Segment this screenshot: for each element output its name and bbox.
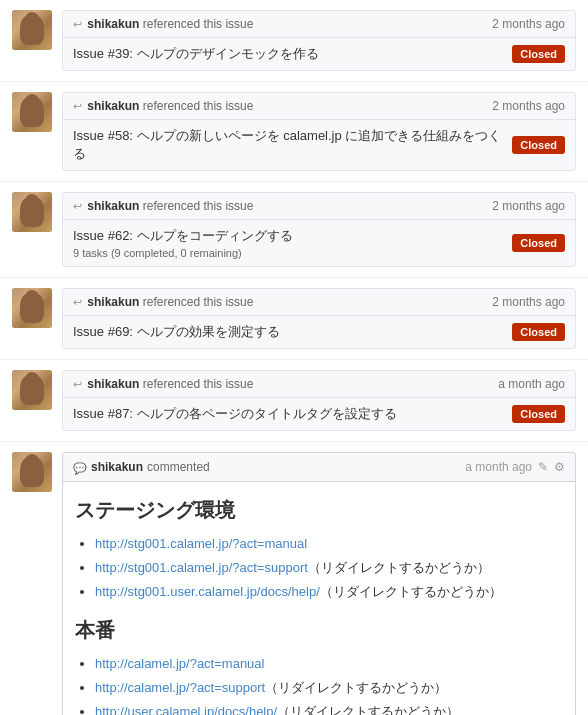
ref-action-5: referenced this issue xyxy=(143,377,254,391)
ref-user-4: shikakun xyxy=(87,295,139,309)
gear-icon-1[interactable]: ⚙ xyxy=(554,460,565,474)
ref-issue-text-5: Issue #87: ヘルプの各ページのタイトルタグを設定する xyxy=(73,405,397,423)
staging-suffix-2: （リダイレクトするかどうか） xyxy=(308,560,490,575)
production-heading: 本番 xyxy=(75,614,563,646)
staging-url-2[interactable]: http://stg001.calamel.jp/?act=support xyxy=(95,560,308,575)
ref-issue-row-3: Issue #62: ヘルプをコーディングする 9 tasks (9 compl… xyxy=(63,220,575,266)
edit-icon-1[interactable]: ✎ xyxy=(538,460,548,474)
production-link-1: http://calamel.jp/?act=manual xyxy=(95,654,563,675)
ref-action-2: referenced this issue xyxy=(143,99,254,113)
ref-subtext-3: 9 tasks (9 completed, 0 remaining) xyxy=(73,247,293,259)
ref-item-2: ↩ shikakun referenced this issue 2 month… xyxy=(0,82,588,182)
ref-header-5: ↩ shikakun referenced this issue a month… xyxy=(63,371,575,398)
ref-item-4: ↩ shikakun referenced this issue 2 month… xyxy=(0,278,588,360)
closed-badge-3: Closed xyxy=(512,234,565,252)
arrow-icon-5: ↩ xyxy=(73,378,82,390)
production-link-2: http://calamel.jp/?act=support（リダイレクトするか… xyxy=(95,678,563,699)
comment-header-left-1: shikakun commented xyxy=(73,460,210,474)
staging-link-3: http://stg001.user.calamel.jp/docs/help/… xyxy=(95,582,563,603)
staging-link-2: http://stg001.calamel.jp/?act=support（リダ… xyxy=(95,558,563,579)
comment-block-1: shikakun commented a month ago ✎ ⚙ ステージン… xyxy=(62,452,576,715)
ref-user-1: shikakun xyxy=(87,17,139,31)
staging-links: http://stg001.calamel.jp/?act=manual htt… xyxy=(95,534,563,602)
ref-header-2: ↩ shikakun referenced this issue 2 month… xyxy=(63,93,575,120)
ref-block-1: ↩ shikakun referenced this issue 2 month… xyxy=(62,10,576,71)
staging-url-1[interactable]: http://stg001.calamel.jp/?act=manual xyxy=(95,536,307,551)
staging-url-3[interactable]: http://stg001.user.calamel.jp/docs/help/ xyxy=(95,584,320,599)
closed-badge-5: Closed xyxy=(512,405,565,423)
arrow-icon-4: ↩ xyxy=(73,296,82,308)
production-url-3[interactable]: http://user.calamel.jp/docs/help/ xyxy=(95,704,277,715)
ref-action-4: referenced this issue xyxy=(143,295,254,309)
ref-user-5: shikakun xyxy=(87,377,139,391)
ref-block-3: ↩ shikakun referenced this issue 2 month… xyxy=(62,192,576,267)
comment-author-1: shikakun xyxy=(91,460,143,474)
ref-time-2: 2 months ago xyxy=(492,99,565,113)
ref-item-3: ↩ shikakun referenced this issue 2 month… xyxy=(0,182,588,278)
ref-header-4: ↩ shikakun referenced this issue 2 month… xyxy=(63,289,575,316)
closed-badge-4: Closed xyxy=(512,323,565,341)
comment-action-1: commented xyxy=(147,460,210,474)
production-links: http://calamel.jp/?act=manual http://cal… xyxy=(95,654,563,715)
comment-header-right-1: a month ago ✎ ⚙ xyxy=(465,460,565,474)
comment-item-1: shikakun commented a month ago ✎ ⚙ ステージン… xyxy=(0,442,588,715)
ref-content-1: ↩ shikakun referenced this issue 2 month… xyxy=(62,10,576,71)
ref-header-1: ↩ shikakun referenced this issue 2 month… xyxy=(63,11,575,38)
arrow-icon-2: ↩ xyxy=(73,100,82,112)
ref-block-4: ↩ shikakun referenced this issue 2 month… xyxy=(62,288,576,349)
ref-action-1: referenced this issue xyxy=(143,17,254,31)
ref-content-3: ↩ shikakun referenced this issue 2 month… xyxy=(62,192,576,267)
ref-block-5: ↩ shikakun referenced this issue a month… xyxy=(62,370,576,431)
closed-badge-1: Closed xyxy=(512,45,565,63)
staging-link-1: http://stg001.calamel.jp/?act=manual xyxy=(95,534,563,555)
ref-user-3: shikakun xyxy=(87,199,139,213)
ref-issue-text-4: Issue #69: ヘルプの効果を測定する xyxy=(73,323,280,341)
ref-user-2: shikakun xyxy=(87,99,139,113)
avatar-comment1 xyxy=(12,452,52,492)
ref-action-3: referenced this issue xyxy=(143,199,254,213)
production-link-3: http://user.calamel.jp/docs/help/（リダイレクト… xyxy=(95,702,563,715)
closed-badge-2: Closed xyxy=(512,136,565,154)
ref-issue-row-5: Issue #87: ヘルプの各ページのタイトルタグを設定する Closed xyxy=(63,398,575,430)
comment-time-1: a month ago xyxy=(465,460,532,474)
ref-issue-text-1: Issue #39: ヘルプのデザインモックを作る xyxy=(73,45,319,63)
ref-header-3: ↩ shikakun referenced this issue 2 month… xyxy=(63,193,575,220)
ref-issue-text-3: Issue #62: ヘルプをコーディングする 9 tasks (9 compl… xyxy=(73,227,293,259)
ref-content-2: ↩ shikakun referenced this issue 2 month… xyxy=(62,92,576,171)
avatar-ref-1 xyxy=(12,10,52,50)
ref-item-1: ↩ shikakun referenced this issue 2 month… xyxy=(0,0,588,82)
arrow-icon-1: ↩ xyxy=(73,18,82,30)
staging-heading: ステージング環境 xyxy=(75,494,563,526)
ref-content-5: ↩ shikakun referenced this issue a month… xyxy=(62,370,576,431)
production-url-2[interactable]: http://calamel.jp/?act=support xyxy=(95,680,265,695)
comment-header-1: shikakun commented a month ago ✎ ⚙ xyxy=(63,453,575,482)
ref-block-2: ↩ shikakun referenced this issue 2 month… xyxy=(62,92,576,171)
staging-suffix-3: （リダイレクトするかどうか） xyxy=(320,584,502,599)
avatar-ref-3 xyxy=(12,192,52,232)
ref-issue-row-4: Issue #69: ヘルプの効果を測定する Closed xyxy=(63,316,575,348)
avatar-ref-5 xyxy=(12,370,52,410)
production-url-1[interactable]: http://calamel.jp/?act=manual xyxy=(95,656,264,671)
avatar-ref-2 xyxy=(12,92,52,132)
ref-time-3: 2 months ago xyxy=(492,199,565,213)
ref-content-4: ↩ shikakun referenced this issue 2 month… xyxy=(62,288,576,349)
production-suffix-3: （リダイレクトするかどうか） xyxy=(277,704,459,715)
ref-item-5: ↩ shikakun referenced this issue a month… xyxy=(0,360,588,442)
arrow-icon-3: ↩ xyxy=(73,200,82,212)
avatar-ref-4 xyxy=(12,288,52,328)
production-suffix-2: （リダイレクトするかどうか） xyxy=(265,680,447,695)
comment-body-1: ステージング環境 http://stg001.calamel.jp/?act=m… xyxy=(63,482,575,715)
ref-time-1: 2 months ago xyxy=(492,17,565,31)
ref-issue-row-1: Issue #39: ヘルプのデザインモックを作る Closed xyxy=(63,38,575,70)
ref-time-4: 2 months ago xyxy=(492,295,565,309)
ref-issue-row-2: Issue #58: ヘルプの新しいページを calamel.jp に追加できる… xyxy=(63,120,575,170)
ref-issue-text-2: Issue #58: ヘルプの新しいページを calamel.jp に追加できる… xyxy=(73,127,512,163)
speech-icon xyxy=(73,461,87,473)
ref-time-5: a month ago xyxy=(498,377,565,391)
comment-content-1: shikakun commented a month ago ✎ ⚙ ステージン… xyxy=(62,452,576,715)
